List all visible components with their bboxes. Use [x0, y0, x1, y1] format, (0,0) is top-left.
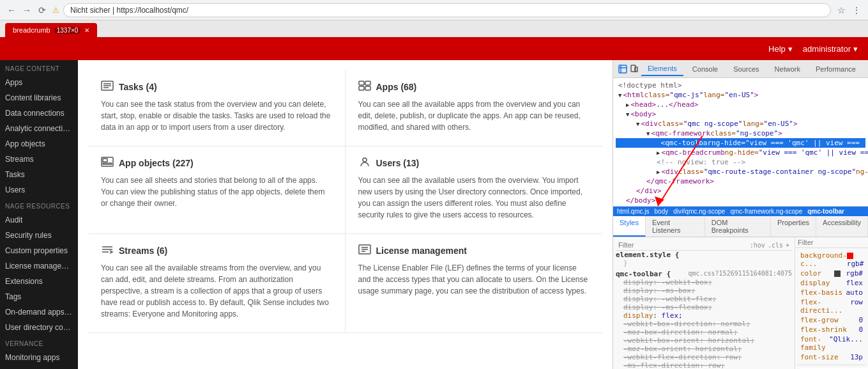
- dom-tree[interactable]: <!doctype html> ▼ <html class="qmc-js" l…: [613, 78, 868, 206]
- sidebar-item-app-objects[interactable]: App objects: [0, 136, 78, 152]
- license-icon: [358, 244, 371, 257]
- bottom-tab-styles[interactable]: Styles: [613, 216, 646, 237]
- sidebar-item-streams[interactable]: Streams: [0, 152, 78, 167]
- style-prop-display-ms-flexbox: display: -ms-flexbox;: [616, 303, 792, 311]
- styles-filter-input[interactable]: [618, 241, 747, 249]
- breadcrumb-item-2[interactable]: div#qmc.ng-scope: [673, 208, 725, 215]
- svg-rect-4: [359, 81, 364, 85]
- dom-line-close-body[interactable]: </body>: [616, 196, 865, 205]
- sidebar-item-custom-properties[interactable]: Custom properties: [0, 243, 78, 258]
- license-desc: The License Enabler File (LEF) defines t…: [358, 262, 590, 297]
- dom-line-head[interactable]: ▶ <head> ... </head>: [616, 100, 865, 109]
- breadcrumb-item-3[interactable]: qmc-framework.ng-scope: [730, 208, 802, 215]
- item-header-tasks: Tasks (4): [101, 81, 332, 93]
- menu-button[interactable]: ⋮: [850, 4, 863, 17]
- content-item-apps: Apps (68) You can see all the available …: [346, 70, 603, 146]
- dom-line-close-div[interactable]: </div>: [616, 186, 865, 196]
- breadcrumb-item-0[interactable]: html.qmc.js: [617, 208, 650, 215]
- address-bar[interactable]: Nicht sicher | https://localhost/qmc/: [63, 3, 831, 17]
- sidebar-item-license-management[interactable]: License management: [0, 258, 78, 274]
- sidebar-item-apps[interactable]: Apps: [0, 75, 78, 90]
- bottom-tab-accessibility[interactable]: Accessibility: [816, 216, 868, 237]
- computed-panel: background-c... rgb# color rg: [795, 248, 868, 369]
- back-button[interactable]: ←: [5, 4, 18, 17]
- breadcrumb-bar: html.qmc.js body div#qmc.ng-scope qmc-fr…: [613, 206, 868, 216]
- svg-point-11: [363, 158, 367, 162]
- sidebar-item-tags[interactable]: Tags: [0, 289, 78, 304]
- dom-line-html[interactable]: ▼ <html class="qmc-js" lang="en-US" >: [616, 90, 865, 100]
- devtools-tab-network[interactable]: Network: [768, 63, 807, 75]
- style-source-row: qmc-toolbar { qmc.css?15269115164081:407…: [616, 270, 792, 278]
- computed-row-font-size: font-size 13p: [798, 352, 865, 362]
- content-item-app-objects: App objects (227) You can see all sheets…: [88, 146, 346, 234]
- app-body: NAGE CONTENT Apps Content libraries Data…: [0, 60, 868, 369]
- active-tab[interactable]: breadcrumb 1337×0 ✕: [5, 23, 97, 37]
- bottom-tab-event-listeners[interactable]: Event Listeners: [646, 216, 705, 237]
- sidebar-item-users[interactable]: Users: [0, 182, 78, 198]
- style-prop-display-flex: display: flex;: [616, 311, 792, 320]
- devtools-tab-sources[interactable]: Sources: [727, 63, 765, 75]
- devtools-inspect-button[interactable]: [618, 61, 627, 77]
- tab-close-button[interactable]: ✕: [84, 27, 89, 34]
- svg-rect-9: [103, 159, 107, 162]
- sidebar-item-user-directory[interactable]: User directory connectors: [0, 320, 78, 335]
- app-layout: Help ▾ administrator ▾ NAGE CONTENT Apps…: [0, 37, 868, 369]
- computed-bg-val: rgb#: [847, 251, 864, 268]
- sidebar-item-extensions[interactable]: Extensions: [0, 274, 78, 289]
- style-prop-webkit-box-direction: -webkit-box-direction: normal;: [616, 320, 792, 328]
- sidebar-item-audit[interactable]: Audit: [0, 212, 78, 228]
- devtools-device-button[interactable]: [630, 61, 639, 77]
- devtools-tab-console[interactable]: Console: [686, 63, 724, 75]
- style-block-element: element.style { }: [616, 251, 792, 267]
- devtools-tab-performance[interactable]: Performance: [809, 63, 862, 75]
- dom-line-framework[interactable]: ▼ <qmc-framework class="ng-scope" >: [616, 129, 865, 138]
- bookmark-button[interactable]: ☆: [835, 4, 848, 17]
- sidebar-item-data-connections[interactable]: Data connections: [0, 106, 78, 121]
- computed-flex-basis-prop: flex-basis: [800, 288, 842, 297]
- devtools-more-button[interactable]: »: [865, 63, 868, 75]
- streams-desc: You can see all the available streams fr…: [101, 262, 332, 320]
- content-item-license: License management The License Enabler F…: [346, 234, 603, 333]
- sidebar-item-security-rules[interactable]: Security rules: [0, 228, 78, 243]
- users-title: Users (13): [376, 158, 420, 168]
- sidebar-item-on-demand[interactable]: On-demand apps service: [0, 304, 78, 320]
- computed-flex-shrink-prop: flex-shrink: [800, 326, 847, 334]
- user-menu[interactable]: administrator ▾: [803, 44, 858, 54]
- sidebar-item-tasks[interactable]: Tasks: [0, 167, 78, 182]
- forward-button[interactable]: →: [20, 4, 33, 17]
- sidebar-item-monitoring[interactable]: Monitoring apps: [0, 350, 78, 365]
- devtools-tab-elements[interactable]: Elements: [641, 62, 683, 76]
- dom-line-toolbar[interactable]: < qmc-toolbar ng-hide="view === 'qmc' ||…: [616, 138, 865, 148]
- reload-button[interactable]: ⟳: [36, 4, 49, 17]
- computed-font-family-val: "Qlik...: [829, 335, 863, 352]
- sidebar-item-content-libraries[interactable]: Content libraries: [0, 90, 78, 106]
- bottom-tab-dom-breakpoints[interactable]: DOM Breakpoints: [705, 216, 771, 237]
- filter-add[interactable]: +: [786, 242, 789, 249]
- svg-rect-20: [635, 67, 637, 72]
- computed-filter-input[interactable]: [798, 239, 868, 246]
- dom-line-doctype[interactable]: <!doctype html>: [616, 81, 865, 90]
- sidebar-scroll: NAGE CONTENT Apps Content libraries Data…: [0, 60, 78, 369]
- address-url: https://localhost/qmc/: [116, 6, 188, 15]
- breadcrumb-item-1[interactable]: body: [655, 208, 669, 215]
- configure-header: NFIGURE SYSTEM: [0, 365, 78, 369]
- dom-line-close-framework[interactable]: </qmc-framework>: [616, 177, 865, 186]
- help-menu[interactable]: Help ▾: [768, 44, 793, 54]
- dom-line-route[interactable]: ▶ <div class="qmc-route-stage-container …: [616, 167, 865, 177]
- streams-icon: [101, 244, 114, 257]
- apps-icon: [358, 81, 371, 93]
- dom-line-breadcrumb[interactable]: ▶ <qmc-breadcrumb ng-hide="view === 'qmc…: [616, 148, 865, 157]
- dom-line-comment[interactable]: <!-- ngview: true -->: [616, 157, 865, 167]
- dom-line-div-qmc[interactable]: ▼ <div class="qmc ng-scope" lang="en-US"…: [616, 119, 865, 129]
- computed-row-flex-dir: flex-directi... row: [798, 297, 865, 315]
- style-source: qmc.css?15269115164081:4075: [688, 270, 792, 278]
- sidebar: NAGE CONTENT Apps Content libraries Data…: [0, 60, 78, 369]
- sidebar-item-analytic-connections[interactable]: Analytic connections: [0, 121, 78, 136]
- styles-right: Show background-c... rgb#: [795, 237, 868, 369]
- bottom-tab-properties[interactable]: Properties: [771, 216, 816, 237]
- browser-nav: ← → ⟳: [5, 4, 49, 17]
- computed-row-bg: background-c... rgb#: [798, 251, 865, 269]
- dom-line-body[interactable]: ▼ <body>: [616, 109, 865, 119]
- help-chevron-icon: ▾: [788, 44, 793, 54]
- breadcrumb-item-4[interactable]: qmc-toolbar: [807, 208, 844, 215]
